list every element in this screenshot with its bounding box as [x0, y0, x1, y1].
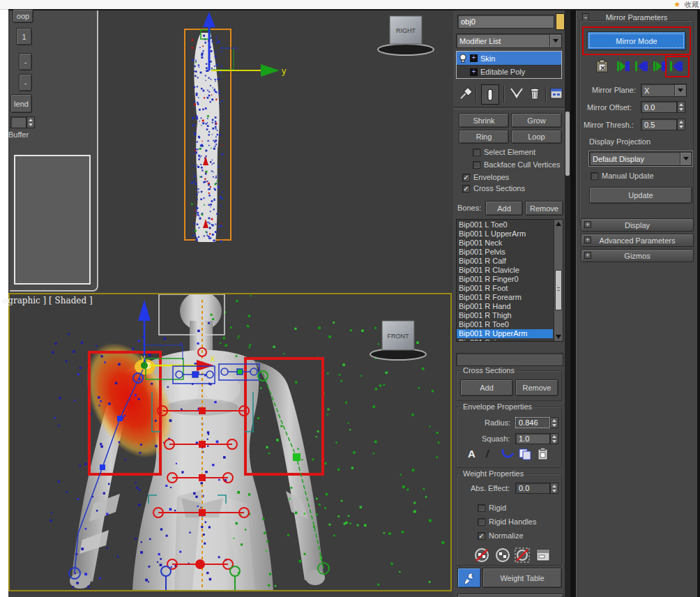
envelopes-checkbox[interactable]: ✓Envelopes: [462, 173, 509, 181]
update-button[interactable]: Update: [589, 187, 692, 204]
paste-icon[interactable]: [536, 447, 550, 461]
loop-button[interactable]: Loop: [511, 130, 562, 144]
lightbulb-icon[interactable]: [459, 54, 467, 63]
cs-remove-button[interactable]: Remove: [515, 379, 558, 396]
exclude-verts-icon[interactable]: [473, 547, 490, 564]
scroll-up-icon[interactable]: [556, 222, 561, 226]
make-unique-icon[interactable]: [509, 86, 524, 100]
panel-scrollbar-thumb[interactable]: [565, 112, 570, 176]
bones-scrollbar[interactable]: [554, 220, 563, 341]
viewport-right[interactable]: y RIGHT: [98, 10, 453, 292]
expand-box-icon[interactable]: +: [470, 54, 478, 62]
backface-cull-checkbox[interactable]: Backface Cull Vertices: [473, 160, 560, 169]
bookmark-label[interactable]: 收藏: [685, 1, 699, 8]
ring-button[interactable]: Ring: [459, 130, 509, 144]
select-excluded-verts-icon[interactable]: [514, 547, 531, 564]
bone-name-field[interactable]: [456, 353, 563, 366]
manual-update-checkbox[interactable]: Manual Update: [591, 172, 654, 180]
viewport-front[interactable]: y x: [8, 293, 452, 591]
weight-table-button[interactable]: Weight Table: [482, 568, 562, 588]
bone-list-item[interactable]: Bip001 R Calf: [457, 257, 553, 266]
bone-list-item[interactable]: Bip001 R Thigh: [457, 311, 553, 320]
viewport-label[interactable]: ographic ] [ Shaded ]: [3, 296, 93, 305]
rigid-handles-checkbox[interactable]: Rigid Handles: [478, 517, 536, 526]
abs-effect-field[interactable]: 0.0: [515, 483, 550, 494]
curve-icon[interactable]: [500, 448, 515, 462]
stack-row-skin[interactable]: + Skin: [457, 52, 561, 66]
copy-icon[interactable]: [518, 448, 532, 460]
absolute-effect-icon[interactable]: A: [468, 448, 475, 460]
configure-modifier-sets-icon[interactable]: [549, 86, 563, 100]
normalize-checkbox[interactable]: ✓Normalize: [478, 531, 524, 540]
display-projection-arrow-icon[interactable]: [680, 153, 691, 165]
object-color-swatch[interactable]: [556, 13, 565, 30]
viewcube-front[interactable]: FRONT: [370, 321, 426, 360]
mirror-mode-button[interactable]: Mirror Mode: [587, 31, 686, 50]
grow-button[interactable]: Grow: [511, 113, 562, 128]
bone-list-item[interactable]: Bip001 Neck: [457, 239, 553, 248]
bookmark-star-icon[interactable]: ★: [674, 0, 680, 8]
mirror-offset-field[interactable]: 0.0: [641, 101, 677, 113]
viewcube-right[interactable]: RIGHT: [378, 16, 434, 55]
mirror-plane-dropdown[interactable]: X: [641, 84, 687, 97]
abs-effect-spinner[interactable]: [550, 483, 558, 494]
scrollbar-thumb[interactable]: [555, 270, 562, 310]
dialog-button-blend[interactable]: lend: [10, 94, 32, 113]
scroll-down-icon[interactable]: [556, 335, 561, 339]
dialog-button-loop[interactable]: oop: [13, 9, 33, 23]
display-projection-dropdown[interactable]: Default Display: [589, 151, 692, 166]
expand-icon[interactable]: +: [584, 221, 591, 228]
include-verts-icon[interactable]: [494, 547, 511, 564]
expand-icon[interactable]: +: [584, 252, 591, 259]
panel-scrollbar[interactable]: [565, 10, 570, 597]
dialog-button-minus-1[interactable]: -: [19, 53, 32, 70]
weight-tool-button[interactable]: [457, 568, 481, 588]
remove-modifier-icon[interactable]: [528, 86, 541, 101]
dialog-spinner[interactable]: [26, 116, 35, 128]
select-element-checkbox[interactable]: Select Element: [473, 148, 535, 156]
bone-list-item[interactable]: Bip001 L Toe0: [457, 220, 553, 229]
bone-list-item[interactable]: Bip001 Spine: [457, 338, 553, 342]
mirror-thresh-spinner[interactable]: [677, 119, 685, 130]
bone-list-item[interactable]: Bip001 Pelvis: [457, 248, 553, 257]
bake-weights-icon[interactable]: [535, 547, 551, 564]
bone-list-item[interactable]: Bip001 R Finger0: [457, 275, 553, 284]
bones-add-button[interactable]: Add: [485, 201, 523, 216]
paste-green-to-blue-bones-icon[interactable]: [617, 60, 630, 73]
bone-list-item[interactable]: Bip001 R Hand: [457, 302, 553, 311]
expand-icon[interactable]: +: [584, 236, 591, 243]
paste-clipboard-icon[interactable]: [595, 59, 610, 73]
expand-box-icon[interactable]: +: [470, 68, 478, 76]
bone-list-item[interactable]: Bip001 L UpperArm: [457, 229, 553, 239]
bones-remove-button[interactable]: Remove: [525, 201, 563, 216]
paste-green-to-blue-verts-icon[interactable]: [653, 60, 666, 73]
modifier-list-dropdown[interactable]: Modifier List: [456, 33, 562, 48]
squash-field[interactable]: 1.0: [515, 433, 550, 444]
bone-list-item[interactable]: Bip001 R Foot: [457, 284, 553, 293]
dialog-spinner-field[interactable]: [10, 116, 26, 128]
show-end-result-button[interactable]: [481, 84, 499, 105]
mirror-plane-arrow-icon[interactable]: [674, 85, 685, 96]
stack-row-editable-poly[interactable]: + Editable Poly: [457, 66, 561, 78]
modifier-list-arrow-icon[interactable]: [549, 35, 561, 47]
cs-add-button[interactable]: Add: [460, 379, 513, 396]
dialog-button-minus-2[interactable]: -: [19, 74, 32, 91]
object-name-field[interactable]: obj0: [457, 15, 554, 29]
mirror-offset-spinner[interactable]: [677, 101, 685, 113]
radius-spinner[interactable]: [550, 417, 558, 428]
bone-list-item[interactable]: Bip001 R Forearm: [457, 293, 553, 302]
rollout-display[interactable]: +Display: [581, 218, 694, 232]
rigid-checkbox[interactable]: Rigid: [478, 504, 506, 512]
dialog-button-1[interactable]: 1: [16, 28, 32, 45]
rollout-advanced-parameters[interactable]: +Advanced Parameters: [581, 234, 694, 247]
bone-list-item[interactable]: Bip001 R Clavicle: [457, 266, 553, 275]
bone-list-item[interactable]: Bip001 R Toe0: [457, 320, 553, 329]
cross-sections-checkbox[interactable]: ✓Cross Sections: [462, 184, 525, 192]
bone-list-item[interactable]: Bip001 R UpperArm: [457, 329, 553, 338]
mirror-thresh-field[interactable]: 0.5: [641, 119, 677, 130]
rollout-gizmos[interactable]: +Gizmos: [581, 249, 694, 262]
squash-spinner[interactable]: [550, 433, 558, 444]
shrink-button[interactable]: Shrink: [459, 113, 509, 128]
falloff-icon[interactable]: /: [485, 448, 490, 460]
pin-stack-icon[interactable]: [459, 86, 473, 100]
